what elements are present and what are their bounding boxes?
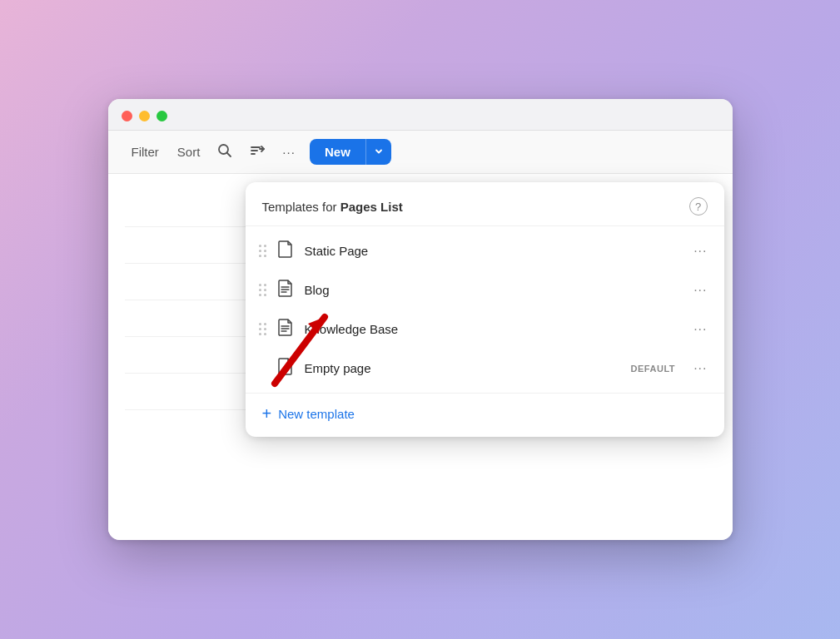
filter-label: Filter bbox=[132, 145, 159, 159]
template-icon bbox=[276, 318, 295, 340]
new-dropdown-button[interactable] bbox=[365, 139, 391, 165]
content-area: e. e. Templates for Pages List ? bbox=[108, 174, 733, 540]
chevron-down-icon bbox=[375, 147, 383, 156]
template-name: Blog bbox=[305, 283, 681, 297]
svg-line-1 bbox=[227, 153, 231, 157]
help-button[interactable]: ? bbox=[689, 197, 708, 215]
template-name: Empty page bbox=[305, 361, 621, 375]
template-more-button[interactable]: ··· bbox=[690, 359, 710, 378]
template-more-button[interactable]: ··· bbox=[690, 281, 710, 300]
maximize-button[interactable] bbox=[157, 111, 167, 121]
panel-title: Templates for Pages List bbox=[262, 200, 403, 214]
sort-order-button[interactable] bbox=[243, 139, 271, 165]
template-item[interactable]: Blog ··· bbox=[246, 270, 724, 310]
plus-icon: + bbox=[262, 405, 272, 422]
sort-label: Sort bbox=[177, 145, 201, 159]
template-name: Knowledge Base bbox=[305, 322, 681, 336]
panel-footer: + New template bbox=[246, 393, 724, 437]
drag-handle bbox=[259, 323, 266, 335]
new-template-label: New template bbox=[278, 407, 355, 421]
template-item[interactable]: Empty page DEFAULT ··· bbox=[246, 349, 724, 388]
new-main-button[interactable]: New bbox=[310, 139, 365, 165]
dropdown-overlay: Templates for Pages List ? bbox=[237, 174, 733, 445]
drag-handle bbox=[259, 245, 266, 257]
filter-button[interactable]: Filter bbox=[125, 141, 166, 163]
template-list: Static Page ··· bbox=[246, 226, 724, 393]
new-template-button[interactable]: + New template bbox=[262, 402, 355, 425]
template-icon bbox=[276, 357, 295, 379]
template-icon bbox=[276, 240, 295, 262]
template-more-button[interactable]: ··· bbox=[690, 320, 710, 339]
search-button[interactable] bbox=[211, 139, 238, 165]
templates-panel: Templates for Pages List ? bbox=[246, 182, 724, 437]
new-button-group: New bbox=[310, 139, 391, 165]
more-label: ··· bbox=[282, 145, 296, 159]
toolbar: Filter Sort ··· New bbox=[108, 131, 733, 174]
default-badge: DEFAULT bbox=[630, 364, 675, 374]
sort-button[interactable]: Sort bbox=[171, 141, 207, 163]
template-name: Static Page bbox=[305, 244, 681, 258]
close-button[interactable] bbox=[122, 111, 132, 121]
drag-handle bbox=[259, 284, 266, 296]
panel-title-bold: Pages List bbox=[340, 200, 403, 214]
sort-order-icon bbox=[249, 143, 266, 158]
template-more-button[interactable]: ··· bbox=[690, 242, 710, 260]
minimize-button[interactable] bbox=[139, 111, 150, 121]
panel-header: Templates for Pages List ? bbox=[246, 182, 724, 226]
panel-title-prefix: Templates for bbox=[262, 200, 340, 214]
help-icon-label: ? bbox=[695, 201, 701, 213]
template-item[interactable]: Knowledge Base ··· bbox=[246, 310, 724, 349]
titlebar bbox=[108, 99, 733, 131]
template-icon bbox=[276, 279, 295, 301]
template-item[interactable]: Static Page ··· bbox=[246, 231, 724, 270]
app-window: Filter Sort ··· New bbox=[108, 99, 733, 540]
more-options-button[interactable]: ··· bbox=[276, 141, 301, 163]
search-icon bbox=[217, 143, 232, 158]
